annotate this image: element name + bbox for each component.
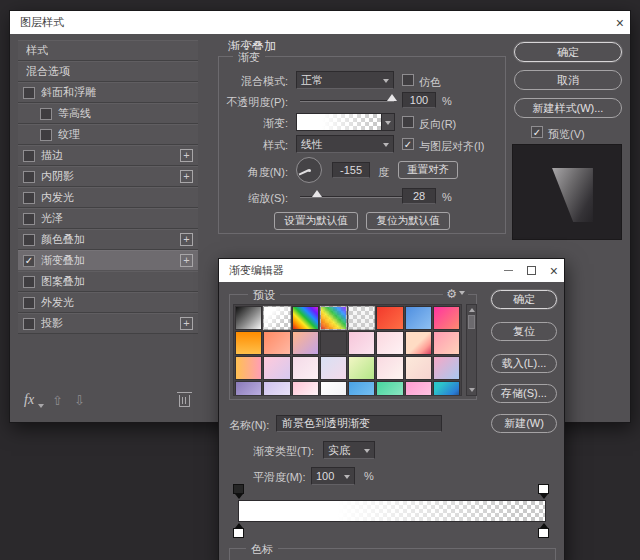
effect-checkbox[interactable]: ✓ <box>23 255 35 267</box>
gradient-preset[interactable] <box>376 356 403 380</box>
dither-checkbox[interactable] <box>402 74 414 86</box>
gradient-editor-titlebar[interactable]: 渐变编辑器 × <box>219 259 564 282</box>
layer-style-titlebar[interactable]: 图层样式 × <box>10 11 630 34</box>
gradient-preset[interactable] <box>320 331 347 355</box>
add-effect-icon[interactable]: + <box>180 317 193 330</box>
fx-icon[interactable]: fx <box>24 392 34 408</box>
gradient-preset[interactable] <box>292 331 319 355</box>
scale-value[interactable]: 28 <box>402 188 436 204</box>
sidebar-item[interactable]: 颜色叠加+ <box>18 229 198 250</box>
effect-checkbox[interactable] <box>40 129 52 141</box>
sidebar-item[interactable]: ✓渐变叠加+ <box>18 250 198 271</box>
add-effect-icon[interactable]: + <box>180 170 193 183</box>
move-effect-down-icon[interactable]: ⇩ <box>74 393 85 408</box>
reset-button[interactable]: 复位 <box>491 322 557 341</box>
gradient-preset[interactable] <box>235 306 262 330</box>
gradient-preset[interactable] <box>320 306 347 330</box>
effect-checkbox[interactable] <box>23 150 35 162</box>
sidebar-item[interactable]: 光泽 <box>18 208 198 229</box>
new-button[interactable]: 新建(W) <box>491 414 557 433</box>
effect-checkbox[interactable] <box>23 87 35 99</box>
gradient-preset[interactable] <box>292 306 319 330</box>
opacity-value[interactable]: 100 <box>402 92 436 108</box>
gradient-preset[interactable] <box>376 381 403 396</box>
gradient-preset[interactable] <box>405 356 432 380</box>
gradient-preset[interactable] <box>292 381 319 396</box>
scrollbar-thumb[interactable] <box>468 315 475 329</box>
sidebar-item[interactable]: 外发光 <box>18 292 198 313</box>
opacity-slider[interactable] <box>300 100 394 102</box>
style-dropdown[interactable]: 线性 <box>296 135 394 153</box>
preset-scrollbar[interactable] <box>466 304 477 396</box>
make-default-button[interactable]: 设置为默认值 <box>274 212 358 230</box>
sidebar-item[interactable]: 混合选项 <box>18 61 198 82</box>
gradient-type-dropdown[interactable]: 实底 <box>323 441 375 459</box>
move-effect-up-icon[interactable]: ⇧ <box>52 393 63 408</box>
reverse-checkbox[interactable] <box>402 116 414 128</box>
sidebar-item[interactable]: 斜面和浮雕 <box>18 82 198 103</box>
reset-default-button[interactable]: 复位为默认值 <box>366 212 450 230</box>
sidebar-item[interactable]: 内阴影+ <box>18 166 198 187</box>
gear-icon[interactable]: ⚙ <box>443 287 468 301</box>
minimize-icon[interactable] <box>504 270 513 271</box>
gradient-preset[interactable] <box>433 381 460 396</box>
gradient-preset[interactable] <box>235 331 262 355</box>
sidebar-item[interactable]: 内发光 <box>18 187 198 208</box>
add-effect-icon[interactable]: + <box>180 233 193 246</box>
gradient-picker-button[interactable] <box>381 113 395 131</box>
gradient-bar[interactable] <box>238 500 546 522</box>
effect-checkbox[interactable] <box>23 318 35 330</box>
opacity-stop-left[interactable] <box>233 484 244 493</box>
gradient-preset[interactable] <box>433 306 460 330</box>
color-stop-right[interactable] <box>538 528 549 538</box>
sidebar-item[interactable]: 样式 <box>18 40 198 61</box>
gradient-swatch[interactable] <box>296 113 382 131</box>
angle-dial[interactable] <box>296 157 322 183</box>
scale-slider-thumb[interactable] <box>312 190 322 197</box>
color-stop-left[interactable] <box>233 528 244 538</box>
gradient-preset[interactable] <box>235 381 262 396</box>
effect-checkbox[interactable] <box>23 297 35 309</box>
sidebar-item[interactable]: 投影+ <box>18 313 198 334</box>
effect-checkbox[interactable] <box>23 192 35 204</box>
gradient-preset[interactable] <box>263 381 290 396</box>
gradient-preset[interactable] <box>433 331 460 355</box>
reset-align-button[interactable]: 重置对齐 <box>398 161 458 179</box>
effect-checkbox[interactable] <box>40 108 52 120</box>
gradient-preset[interactable] <box>235 356 262 380</box>
delete-effect-icon[interactable] <box>179 395 190 407</box>
gradient-preset[interactable] <box>263 306 290 330</box>
gradient-preset[interactable] <box>263 356 290 380</box>
gradient-preset[interactable] <box>348 381 375 396</box>
gradient-preset[interactable] <box>320 381 347 396</box>
gradient-preset[interactable] <box>433 356 460 380</box>
sidebar-item[interactable]: 描边+ <box>18 145 198 166</box>
smoothness-dropdown[interactable]: 100 <box>311 467 355 485</box>
new-style-button[interactable]: 新建样式(W)... <box>514 98 622 118</box>
ok-button[interactable]: 确定 <box>491 290 557 309</box>
sidebar-item[interactable]: 等高线 <box>18 103 198 124</box>
gradient-preset[interactable] <box>405 331 432 355</box>
scroll-down-icon[interactable] <box>469 388 475 392</box>
gradient-preset[interactable] <box>348 306 375 330</box>
gradient-preset[interactable] <box>348 356 375 380</box>
scale-slider[interactable] <box>300 196 408 198</box>
name-input[interactable]: 前景色到透明渐变 <box>276 415 442 432</box>
sidebar-item[interactable]: 图案叠加 <box>18 271 198 292</box>
close-icon[interactable]: × <box>550 264 558 278</box>
add-effect-icon[interactable]: + <box>180 254 193 267</box>
cancel-button[interactable]: 取消 <box>514 70 622 90</box>
save-button[interactable]: 存储(S)... <box>491 384 557 403</box>
gradient-preset[interactable] <box>405 381 432 396</box>
gradient-preset[interactable] <box>376 306 403 330</box>
effect-checkbox[interactable] <box>23 213 35 225</box>
gradient-preset[interactable] <box>263 331 290 355</box>
gradient-preset[interactable] <box>405 306 432 330</box>
ok-button[interactable]: 确定 <box>514 42 622 62</box>
opacity-slider-thumb[interactable] <box>387 94 397 101</box>
align-checkbox[interactable]: ✓ <box>402 138 414 150</box>
effect-checkbox[interactable] <box>23 276 35 288</box>
blend-mode-dropdown[interactable]: 正常 <box>296 71 394 89</box>
preview-checkbox[interactable]: ✓ <box>531 126 543 138</box>
gradient-preset[interactable] <box>320 356 347 380</box>
